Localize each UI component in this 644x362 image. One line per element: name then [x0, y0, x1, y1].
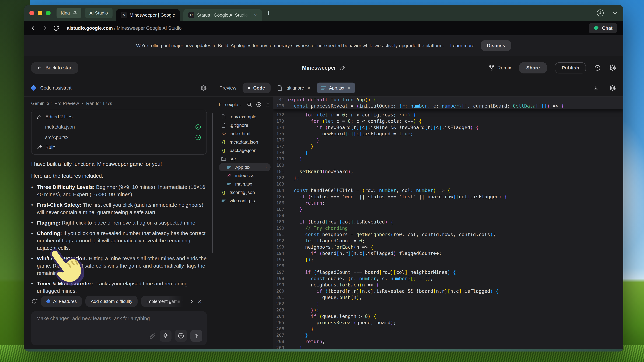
features-heading: Here are the features included: [31, 173, 207, 179]
ts-file-icon [221, 200, 226, 202]
share-button[interactable]: Share [519, 62, 547, 73]
code-editor[interactable]: 41export default function App() {123 con… [273, 96, 623, 350]
chat-button[interactable]: Chat [589, 23, 617, 33]
line-number: 178 [273, 149, 288, 156]
code-line: 176 } [273, 137, 623, 143]
ts-file-icon [226, 166, 232, 169]
explorer-item-app-tsx[interactable]: App.tsx⋮ [219, 163, 270, 171]
edited-file-row[interactable]: src/App.tsx [37, 134, 201, 141]
explorer-item--env-example[interactable]: .env.example [219, 113, 270, 121]
arrow-up-icon [194, 333, 199, 339]
suggestion-chip[interactable]: AI Features [41, 296, 82, 307]
close-window-button[interactable] [30, 11, 34, 15]
composer[interactable] [31, 311, 207, 345]
file-explorer-items: .env.example.gitignore<>index.html{}meta… [219, 113, 270, 205]
code-text: } [288, 206, 302, 212]
remix-button[interactable]: Remix [488, 65, 511, 71]
explorer-item-src[interactable]: src [219, 155, 270, 163]
explorer-item-package-json[interactable]: {}package.json [219, 146, 270, 155]
code-line: 202 } [273, 301, 623, 307]
assistant-settings-gear-icon[interactable] [200, 85, 207, 91]
download-code-icon[interactable] [592, 85, 599, 91]
code-text: } [288, 143, 314, 149]
add-file-icon[interactable] [256, 102, 262, 107]
code-text: const queue: {r: number, c: number}[] = … [288, 275, 433, 282]
open-file-tab-gitignore[interactable]: .gitignore × [277, 85, 310, 91]
history-icon[interactable] [594, 64, 601, 71]
code-line: 207 } [273, 332, 623, 338]
edited-file-row[interactable]: metadata.json [37, 124, 201, 130]
suggestion-chip[interactable]: Implement game restart [141, 296, 185, 307]
json-file-icon: {} [221, 190, 226, 195]
chips-scroll-right-icon[interactable] [189, 299, 194, 304]
search-icon[interactable] [247, 102, 252, 107]
explorer-item-metadata-json[interactable]: {}metadata.json [219, 138, 270, 146]
line-number: 183 [273, 181, 288, 187]
mic-button[interactable] [160, 330, 172, 342]
close-tab-icon[interactable]: × [348, 85, 351, 91]
banner-message: We're rolling out major new updates to B… [136, 43, 444, 48]
back-to-start-button[interactable]: Back to start [31, 62, 78, 74]
settings-gear-icon[interactable] [609, 64, 616, 71]
close-tab-icon[interactable]: × [254, 12, 257, 18]
tab-minesweeper-active[interactable]: ↻ Minesweeper | Google [116, 9, 180, 21]
assistant-panel-title: Code assistant [40, 85, 72, 91]
line-number: 195 [273, 257, 288, 263]
dismiss-chips-icon[interactable]: × [198, 298, 202, 305]
code-text: } [288, 149, 308, 156]
code-line: 180 [273, 162, 623, 168]
code-text: setBoard(newBoard); [288, 168, 354, 175]
code-line: 183 [273, 181, 623, 187]
tab-code-active[interactable]: Code [242, 82, 271, 93]
explorer-item-index-css[interactable]: index.css [219, 171, 270, 180]
tab-status[interactable]: ↻ Status | Google AI Studio × [184, 9, 262, 21]
publish-button[interactable]: Publish [555, 62, 586, 73]
open-tab-label: .gitignore [286, 85, 304, 91]
dismiss-button[interactable]: Dismiss [481, 40, 512, 51]
regenerate-suggestions-icon[interactable] [31, 298, 38, 305]
minimize-window-button[interactable] [38, 11, 42, 15]
maximize-window-button[interactable] [46, 11, 50, 15]
line-number: 174 [273, 124, 288, 131]
built-row: Built [37, 145, 201, 150]
address-text[interactable]: aistudio.google.com / Minesweeper Google… [67, 25, 182, 31]
item-menu-icon[interactable]: ⋮ [264, 165, 268, 170]
collapse-panel-icon[interactable] [266, 102, 270, 107]
edit-title-icon[interactable] [340, 65, 346, 71]
explorer-item-index-html[interactable]: <>index.html [219, 129, 270, 138]
chevron-down-icon[interactable] [612, 10, 618, 16]
composer-input[interactable] [36, 316, 202, 326]
close-tab-icon[interactable]: × [307, 85, 310, 91]
code-text: } [288, 301, 320, 307]
back-icon[interactable] [30, 25, 37, 31]
suggestion-chip[interactable]: Add custom difficulty [86, 296, 138, 307]
downloads-icon[interactable] [596, 9, 604, 17]
explorer-item--gitignore[interactable]: .gitignore [219, 121, 270, 129]
tab-preview[interactable]: Preview [220, 85, 236, 91]
code-toolbar: Preview Code .gitignore × App.tsx × [214, 80, 623, 96]
learn-more-link[interactable]: Learn more [450, 43, 474, 48]
send-button[interactable] [190, 330, 202, 342]
tab-king-pinned[interactable]: King [56, 8, 82, 18]
assistant-scrollbar[interactable] [212, 113, 213, 253]
attach-button[interactable] [175, 330, 187, 342]
explorer-item-tsconfig-json[interactable]: {}tsconfig.json [219, 188, 270, 197]
tab-ai-studio[interactable]: AI Studio [85, 8, 112, 18]
code-line: 187 } [273, 206, 623, 212]
explorer-item-main-tsx[interactable]: main.tsx [219, 180, 270, 188]
code-settings-gear-icon[interactable] [609, 84, 616, 91]
forward-icon[interactable] [42, 25, 48, 31]
tabbar-right-controls [596, 9, 618, 17]
activity-card[interactable]: Edited 2 files metadata.json src/App.tsx [31, 110, 207, 155]
open-file-tab-app-tsx[interactable]: App.tsx × [317, 82, 355, 93]
code-line: 172 for (let r = 0; r < config.rows; r++… [273, 112, 623, 118]
code-text: for (let r = 0; r < config.rows; r++) { [288, 112, 416, 118]
new-tab-button[interactable]: + [266, 9, 270, 17]
chat-label: Chat [602, 25, 612, 31]
code-line: 185 if (status === 'won' || status === '… [273, 194, 623, 200]
code-line: 192 let flaggedCount = 0; [273, 238, 623, 244]
reload-icon[interactable] [53, 25, 60, 31]
explorer-item-vite-config-ts[interactable]: vite.config.ts [219, 197, 270, 205]
code-text: } [288, 326, 314, 332]
wrench-icon [37, 145, 42, 150]
